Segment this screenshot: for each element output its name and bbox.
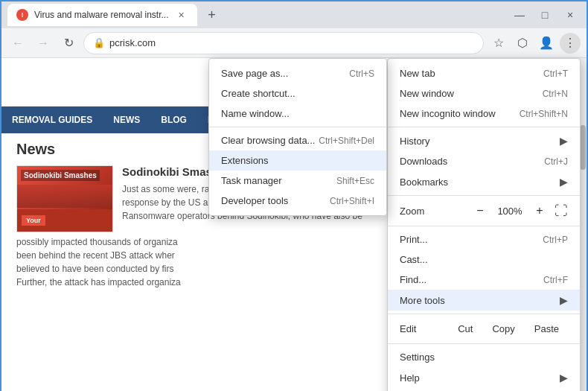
thumb-bottom-bar: Your	[17, 209, 112, 232]
bookmark-button[interactable]: ☆	[488, 33, 509, 54]
menu-find[interactable]: Find... Ctrl+F	[388, 270, 580, 290]
browser-frame: ! Virus and malware removal instr... × +…	[0, 0, 588, 391]
divider-4	[388, 314, 580, 314]
divider-2	[388, 195, 580, 196]
divider-5	[388, 343, 580, 344]
lock-icon: 🔒	[93, 37, 105, 48]
profile-button[interactable]: 👤	[536, 33, 557, 54]
menu-new-window[interactable]: New window Ctrl+N	[388, 83, 580, 104]
submenu-create-shortcut[interactable]: Create shortcut...	[209, 83, 386, 104]
submenu-extensions[interactable]: Extensions	[209, 150, 386, 171]
address-text: pcrisk.com	[109, 37, 156, 48]
menu-zoom-row: Zoom − 100% + ⛶	[388, 199, 580, 223]
divider-1	[388, 127, 580, 127]
tab-favicon: !	[16, 9, 28, 21]
menu-settings[interactable]: Settings	[388, 347, 580, 367]
menu-new-tab[interactable]: New tab Ctrl+T	[388, 63, 580, 83]
thumb-text: Sodinokibi Smashes	[21, 170, 100, 181]
more-tools-submenu: Save page as... Ctrl+S Create shortcut..…	[208, 58, 387, 216]
submenu-divider	[209, 127, 386, 127]
tab-close-button[interactable]: ×	[175, 8, 188, 22]
menu-bookmarks[interactable]: Bookmarks ▶	[388, 171, 580, 192]
thumb-label: Your	[22, 215, 45, 226]
copy-button[interactable]: Copy	[483, 320, 523, 337]
menu-new-incognito[interactable]: New incognito window Ctrl+Shift+N	[388, 104, 580, 124]
back-button[interactable]: ←	[7, 33, 28, 54]
zoom-out-button[interactable]: −	[471, 202, 489, 220]
menu-edit-row: Edit Cut Copy Paste	[388, 317, 580, 340]
zoom-expand-button[interactable]: ⛶	[555, 203, 568, 219]
refresh-button[interactable]: ↻	[58, 33, 79, 54]
forward-button[interactable]: →	[33, 33, 54, 54]
submenu-developer-tools[interactable]: Developer tools Ctrl+Shift+I	[209, 191, 386, 211]
menu-more-tools[interactable]: More tools ▶	[388, 290, 580, 311]
address-bar[interactable]: 🔒 pcrisk.com	[83, 32, 484, 54]
tab-title: Virus and malware removal instr...	[34, 10, 169, 20]
paste-button[interactable]: Paste	[525, 320, 568, 337]
context-menu: New tab Ctrl+T New window Ctrl+N New inc…	[387, 58, 581, 391]
menu-help[interactable]: Help ▶	[388, 367, 580, 388]
submenu-task-manager[interactable]: Task manager Shift+Esc	[209, 171, 386, 191]
title-bar: ! Virus and malware removal instr... × +…	[1, 1, 587, 28]
menu-history[interactable]: History ▶	[388, 130, 580, 151]
menu-downloads[interactable]: Downloads Ctrl+J	[388, 151, 580, 171]
submenu-clear-browsing[interactable]: Clear browsing data... Ctrl+Shift+Del	[209, 130, 386, 150]
menu-button[interactable]: ⋮	[560, 33, 581, 54]
navigation-bar: ← → ↻ 🔒 pcrisk.com ☆ ⬡ 👤 ⋮	[1, 28, 587, 58]
window-controls: — □ ×	[509, 4, 581, 25]
nav-right-buttons: ☆ ⬡ 👤 ⋮	[488, 33, 581, 54]
divider-3	[388, 226, 580, 226]
cut-button[interactable]: Cut	[449, 320, 482, 337]
new-tab-button[interactable]: +	[202, 4, 223, 25]
nav-removal-guides[interactable]: REMOVAL GUIDES	[1, 107, 103, 133]
news-thumbnail: Sodinokibi Smashes Your	[16, 165, 113, 232]
extensions-button[interactable]: ⬡	[512, 33, 533, 54]
maximize-button[interactable]: □	[534, 4, 555, 25]
minimize-button[interactable]: —	[509, 4, 530, 25]
browser-tab[interactable]: ! Virus and malware removal instr... ×	[7, 4, 197, 26]
nav-blog[interactable]: BLOG	[150, 107, 197, 133]
zoom-in-button[interactable]: +	[531, 202, 549, 220]
thumb-gradient	[17, 185, 112, 208]
submenu-save-page[interactable]: Save page as... Ctrl+S	[209, 63, 386, 83]
submenu-name-window[interactable]: Name window...	[209, 104, 386, 124]
nav-news[interactable]: NEWS	[103, 107, 150, 133]
menu-cast[interactable]: Cast...	[388, 249, 580, 270]
menu-print[interactable]: Print... Ctrl+P	[388, 229, 580, 249]
window-close-button[interactable]: ×	[560, 4, 581, 25]
zoom-controls: − 100% + ⛶	[471, 202, 568, 220]
edit-buttons: Cut Copy Paste	[449, 320, 568, 337]
scrollbar-thumb[interactable]	[580, 125, 586, 170]
